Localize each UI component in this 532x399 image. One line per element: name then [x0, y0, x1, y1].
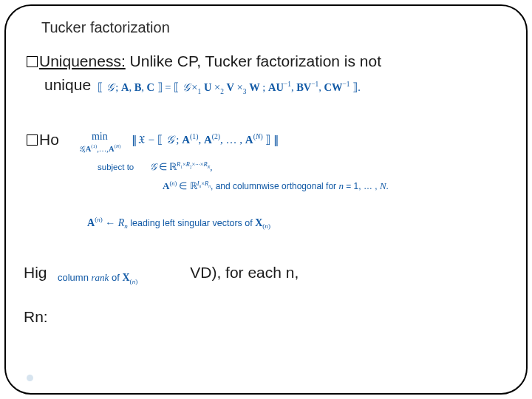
bullet-howto: Ho — [27, 131, 59, 149]
formula-subject-g: subject to 𝒢 ∈ ℝR1×R2×···×RN, — [98, 160, 213, 173]
howto-text: Ho — [39, 131, 59, 148]
slide-frame: Tucker factorization Uniqueness: Unlike … — [4, 4, 528, 395]
bullet-uniqueness: Uniqueness: Unlike CP, Tucker factorizat… — [27, 52, 381, 70]
formula-minimization: min 𝒢,A(1),…,A(N) ‖ 𝔛 − ⟦ 𝒢 ; A(1), A(2)… — [78, 132, 492, 154]
rn-label: Rn: — [24, 308, 48, 326]
uniqueness-underline: Uniqueness: — [39, 52, 126, 69]
square-bullet-icon — [27, 56, 38, 67]
slide-title: Tucker factorization — [41, 19, 505, 36]
uniqueness-text: Unlike CP, Tucker factorization is not — [126, 52, 381, 69]
min-operator: min 𝒢,A(1),…,A(N) — [78, 132, 121, 154]
formula-hosvd-step: A(n) ← Rn leading left singular vectors … — [87, 216, 270, 230]
min-body: ‖ 𝔛 − ⟦ 𝒢 ; A(1), A(2), … , A(N) ⟧ ‖ — [132, 134, 279, 146]
slide-content: Uniqueness: Unlike CP, Tucker factorizat… — [27, 50, 505, 372]
bullet-uniqueness-line2: unique — [44, 76, 91, 94]
page-indicator-icon — [27, 375, 33, 381]
hosvd-tail: VD), for each n, — [190, 264, 299, 281]
formula-subject-a: A(n) ∈ ℝIn×Rn, and columnwise orthogonal… — [163, 180, 389, 192]
square-bullet-icon — [27, 134, 38, 146]
formula-nonuniqueness: ⟦ 𝒢 ; A, B, C ⟧ = ⟦ 𝒢 ×1 U ×2 V ×3 W ; A… — [98, 81, 361, 95]
formula-rn: column rank of X(n) — [58, 272, 137, 285]
hosvd-prefix: Hig — [24, 264, 47, 281]
